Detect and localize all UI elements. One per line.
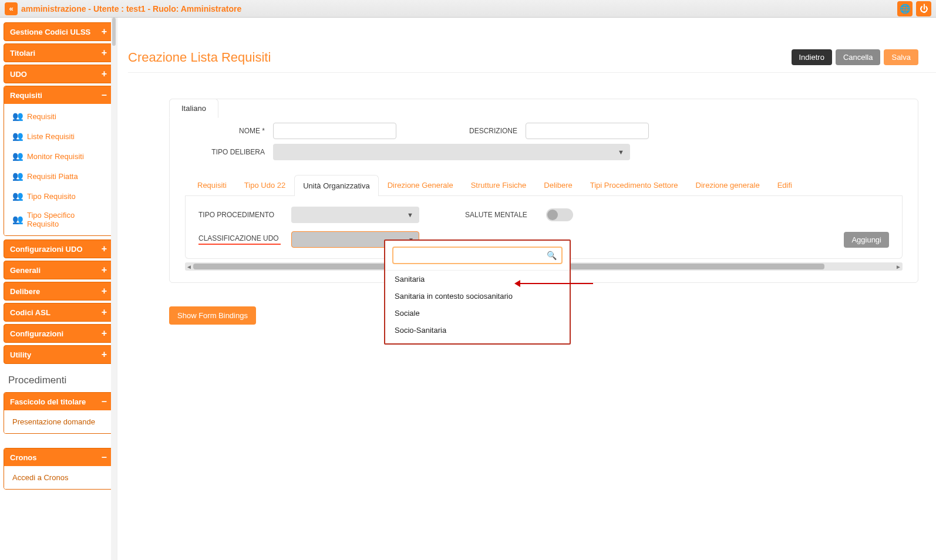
scroll-right-icon[interactable]: ► — [894, 262, 903, 271]
sidebar-panel-requisiti: Requisiti – 👥 Requisiti 👥 Liste Requisit… — [4, 86, 113, 236]
sidebar-group-requisiti[interactable]: Requisiti – — [4, 86, 113, 104]
sidebar-group-codici-asl[interactable]: Codici ASL + — [4, 303, 113, 322]
users-gear-icon: 👥 — [12, 214, 22, 225]
sidebar-item-tipo-specifico-requisito[interactable]: 👥 Tipo Specifico Requisito — [4, 206, 113, 233]
sidebar-panel-cronos: Cronos – Accedi a Cronos — [4, 448, 113, 490]
plus-icon: + — [102, 350, 107, 359]
app-title: amministrazione - Utente : test1 - Ruolo… — [21, 4, 241, 14]
sidebar-group-label: Fascicolo del titolare — [10, 397, 86, 406]
tipo-delibera-select[interactable]: ▼ — [273, 144, 630, 160]
tab-tipi-procedimento-settore[interactable]: Tipi Procedimento Settore — [581, 174, 687, 195]
minus-icon: – — [102, 90, 107, 100]
classificazione-udo-dropdown: 🔍 Sanitaria Sanitaria in contesto socios… — [384, 239, 571, 345]
dropdown-search-input[interactable] — [398, 251, 547, 260]
tipo-procedimento-select[interactable]: ▼ — [291, 207, 419, 223]
language-tab-italiano[interactable]: Italiano — [169, 99, 218, 118]
sidebar-item-label: Tipo Requisito — [27, 192, 76, 201]
sidebar-group-label: Cronos — [10, 453, 37, 462]
sidebar-group-label: Gestione Codici ULSS — [10, 28, 90, 36]
save-button[interactable]: Salva — [884, 49, 918, 65]
plus-icon: + — [102, 286, 107, 296]
sidebar-group-fascicolo[interactable]: Fascicolo del titolare – — [4, 393, 113, 410]
nome-input[interactable] — [273, 123, 396, 139]
plus-icon: + — [102, 48, 107, 58]
page-title: Creazione Lista Requisiti — [128, 50, 271, 65]
sidebar-item-label: Presentazione domande — [12, 417, 95, 426]
tab-requisiti[interactable]: Requisiti — [188, 174, 235, 195]
sidebar-group-cronos[interactable]: Cronos – — [4, 448, 113, 466]
sidebar-item-monitor-requisiti[interactable]: 👥 Monitor Requisiti — [4, 146, 113, 166]
dropdown-option-sanitaria[interactable]: Sanitaria — [385, 271, 570, 288]
sidebar-item-presentazione-domande[interactable]: Presentazione domande — [4, 413, 113, 431]
label-descrizione: DESCRIZIONE — [396, 127, 526, 135]
show-form-bindings-button[interactable]: Show Form Bindings — [169, 306, 256, 325]
sidebar-item-label: Tipo Specifico Requisito — [27, 211, 105, 228]
sidebar-item-label: Requisiti — [27, 112, 56, 121]
minus-icon: – — [102, 453, 107, 462]
users-gear-icon: 👥 — [12, 131, 22, 141]
users-gear-icon: 👥 — [12, 171, 22, 181]
plus-icon: + — [102, 244, 107, 254]
scroll-left-icon[interactable]: ◄ — [185, 262, 193, 271]
sidebar-group-udo[interactable]: UDO + — [4, 65, 113, 83]
sidebar-item-requisiti-piatta[interactable]: 👥 Requisiti Piatta — [4, 166, 113, 186]
sidebar-group-delibere[interactable]: Delibere + — [4, 282, 113, 301]
salute-mentale-toggle[interactable] — [546, 208, 573, 221]
tab-strutture-fisiche[interactable]: Strutture Fisiche — [462, 174, 536, 195]
plus-icon: + — [102, 329, 107, 338]
globe-icon[interactable]: 🌐 — [897, 1, 913, 16]
sidebar-group-label: Utility — [10, 350, 31, 359]
label-classificazione-udo: CLASSIFICAZIONE UDO — [198, 234, 281, 245]
plus-icon: + — [102, 27, 107, 36]
minus-icon: – — [102, 397, 107, 406]
dropdown-option-sanitaria-contesto[interactable]: Sanitaria in contesto sociosanitario — [385, 288, 570, 305]
dropdown-search: 🔍 — [392, 247, 563, 264]
tab-delibere[interactable]: Delibere — [535, 174, 581, 195]
sidebar: Gestione Codici ULSS + Titolari + UDO + … — [0, 18, 117, 560]
sidebar-panel-fascicolo: Fascicolo del titolare – Presentazione d… — [4, 392, 113, 434]
sidebar-item-requisiti[interactable]: 👥 Requisiti — [4, 106, 113, 126]
label-tipo-procedimento: TIPO PROCEDIMENTO — [198, 211, 281, 219]
sidebar-scrollbar[interactable] — [111, 18, 117, 560]
tab-direzione-generale[interactable]: Direzione Generale — [379, 174, 462, 195]
tab-tipo-udo-22[interactable]: Tipo Udo 22 — [235, 174, 294, 195]
users-gear-icon: 👥 — [12, 151, 22, 161]
chevron-down-icon: ▼ — [407, 211, 413, 218]
sidebar-group-utility[interactable]: Utility + — [4, 345, 113, 364]
sidebar-group-label: UDO — [10, 70, 27, 79]
sidebar-group-label: Configurazioni — [10, 329, 63, 338]
label-tipo-delibera: TIPO DELIBERA — [185, 148, 273, 156]
sidebar-subtitle-procedimenti: Procedimenti — [4, 366, 113, 392]
power-icon[interactable]: ⏻ — [916, 1, 931, 16]
sidebar-group-configurazioni-udo[interactable]: Configurazioni UDO + — [4, 239, 113, 258]
chevron-down-icon: ▼ — [618, 149, 624, 156]
sidebar-group-configurazioni[interactable]: Configurazioni + — [4, 324, 113, 343]
cancel-button[interactable]: Cancella — [836, 49, 881, 65]
tab-unita-organizzativa[interactable]: Unità Organizzativa — [294, 175, 378, 196]
tab-direzione-generale-2[interactable]: Direzione generale — [687, 174, 769, 195]
sidebar-item-liste-requisiti[interactable]: 👥 Liste Requisiti — [4, 126, 113, 146]
dropdown-option-socio-sanitaria[interactable]: Socio-Sanitaria — [385, 322, 570, 339]
search-icon: 🔍 — [547, 251, 557, 260]
main-content: Creazione Lista Requisiti Indietro Cance… — [117, 18, 936, 560]
sidebar-group-label: Generali — [10, 266, 41, 275]
aggiungi-button[interactable]: Aggiungi — [844, 232, 889, 248]
label-salute-mentale: SALUTE MENTALE — [465, 211, 536, 219]
sidebar-group-titolari[interactable]: Titolari + — [4, 43, 113, 62]
back-button[interactable]: Indietro — [792, 49, 832, 65]
label-nome: NOME * — [185, 127, 273, 135]
sidebar-group-generali[interactable]: Generali + — [4, 261, 113, 279]
plus-icon: + — [102, 308, 107, 317]
descrizione-input[interactable] — [526, 123, 649, 139]
dropdown-option-sociale[interactable]: Sociale — [385, 305, 570, 322]
form-tabs: Requisiti Tipo Udo 22 Unità Organizzativ… — [185, 174, 903, 196]
sidebar-item-tipo-requisito[interactable]: 👥 Tipo Requisito — [4, 186, 113, 206]
users-gear-icon: 👥 — [12, 191, 22, 201]
sidebar-item-accedi-cronos[interactable]: Accedi a Cronos — [4, 468, 113, 487]
tab-edifi[interactable]: Edifi — [769, 174, 801, 195]
sidebar-group-label: Delibere — [10, 287, 40, 296]
topbar: « amministrazione - Utente : test1 - Ruo… — [0, 0, 936, 18]
sidebar-collapse-button[interactable]: « — [5, 2, 18, 15]
sidebar-group-gestione-codici[interactable]: Gestione Codici ULSS + — [4, 22, 113, 41]
sidebar-group-label: Requisiti — [10, 91, 42, 100]
